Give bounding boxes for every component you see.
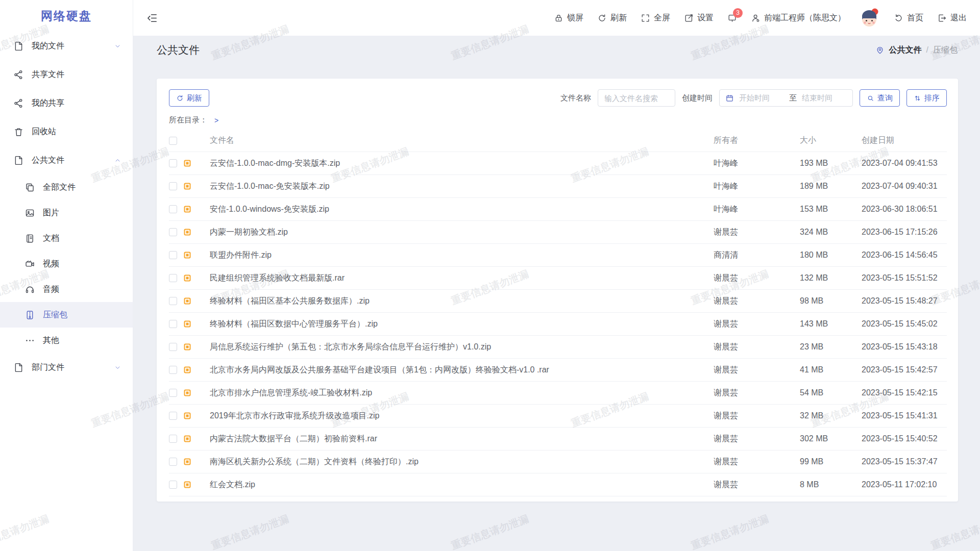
sidebar-item-images[interactable]: 图片 bbox=[0, 200, 133, 226]
file-name[interactable]: 红会文档.zip bbox=[210, 480, 714, 490]
table-body: 云安信-1.0.0-mac-dmg-安装版本.zip叶海峰193 MB2023-… bbox=[169, 152, 947, 496]
file-size: 41 MB bbox=[800, 365, 862, 374]
sidebar-item-documents[interactable]: 文档 bbox=[0, 226, 133, 251]
table-row: 南海区机关新办公系统（二期）文件资料（终验打印）.zip谢晨芸99 MB2023… bbox=[169, 450, 947, 473]
row-checkbox[interactable] bbox=[169, 389, 177, 397]
file-icon bbox=[13, 41, 24, 52]
file-size: 32 MB bbox=[800, 411, 862, 420]
row-checkbox[interactable] bbox=[169, 481, 177, 489]
current-directory: 所在目录： > bbox=[169, 115, 947, 125]
row-checkbox[interactable] bbox=[169, 297, 177, 305]
file-size: 153 MB bbox=[800, 205, 862, 214]
sort-arrows-icon bbox=[914, 94, 921, 102]
home-label: 首页 bbox=[907, 13, 923, 23]
sort-button[interactable]: 排序 bbox=[906, 89, 947, 107]
filter-toolbar: 刷新 文件名称 创建时间 开始时间 至 结束时间 bbox=[169, 89, 947, 107]
file-name[interactable]: 云安信-1.0.0-mac-dmg-安装版本.zip bbox=[210, 158, 714, 169]
file-size: 302 MB bbox=[800, 434, 862, 443]
file-name[interactable]: 局信息系统运行维护（第五包：北京市水务局综合信息平台运行维护）v1.0.zip bbox=[210, 342, 714, 353]
sidebar-item-label: 回收站 bbox=[32, 127, 121, 137]
select-all-checkbox[interactable] bbox=[169, 137, 177, 145]
directory-root-chevron[interactable]: > bbox=[214, 116, 218, 124]
notifications-button[interactable]: 3 bbox=[727, 13, 737, 23]
row-checkbox[interactable] bbox=[169, 274, 177, 282]
file-owner: 谢晨芸 bbox=[714, 388, 800, 398]
refresh-list-label: 刷新 bbox=[187, 93, 202, 103]
file-name[interactable]: 终验材料（福田区基本公共服务数据库）.zip bbox=[210, 296, 714, 307]
app-logo: 网络硬盘 bbox=[0, 0, 133, 32]
sidebar-item-others[interactable]: 其他 bbox=[0, 328, 133, 353]
sidebar-item-department-files[interactable]: 部门文件 bbox=[0, 353, 133, 382]
calendar-icon bbox=[725, 94, 734, 103]
file-owner: 谢晨芸 bbox=[714, 365, 800, 375]
row-checkbox[interactable] bbox=[169, 205, 177, 213]
create-time-filter-label: 创建时间 bbox=[682, 93, 713, 103]
row-checkbox[interactable] bbox=[169, 251, 177, 259]
file-name[interactable]: 北京市水务局内网改版及公共服务基础平台建设项目（第1包：内网改版）终验验文档-v… bbox=[210, 365, 714, 375]
file-name[interactable]: 内蒙古法院大数据平台（二期）初验前资料.rar bbox=[210, 434, 714, 444]
user-menu[interactable]: 前端工程师（陈思文） bbox=[751, 13, 846, 23]
lock-screen-button[interactable]: 锁屏 bbox=[554, 13, 583, 23]
file-name[interactable]: 内蒙一期初验文档.zip bbox=[210, 227, 714, 238]
settings-edit-icon bbox=[684, 13, 694, 23]
row-checkbox[interactable] bbox=[169, 458, 177, 466]
fullscreen-button[interactable]: 全屏 bbox=[641, 13, 670, 23]
sidebar-item-videos[interactable]: 视频 bbox=[0, 251, 133, 277]
sidebar-item-archives[interactable]: 压缩包 bbox=[0, 302, 133, 328]
file-size: 99 MB bbox=[800, 457, 862, 466]
row-checkbox[interactable] bbox=[169, 182, 177, 190]
home-button[interactable]: 首页 bbox=[894, 13, 923, 23]
sidebar-item-recycle-bin[interactable]: 回收站 bbox=[0, 117, 133, 146]
row-checkbox[interactable] bbox=[169, 435, 177, 443]
date-start-field[interactable]: 开始时间 bbox=[739, 93, 784, 103]
row-checkbox[interactable] bbox=[169, 159, 177, 167]
table-header-row: 文件名 所有者 大小 创建日期 bbox=[169, 130, 947, 152]
current-directory-label: 所在目录： bbox=[169, 115, 207, 125]
sidebar-item-all-files[interactable]: 全部文件 bbox=[0, 174, 133, 200]
file-name-search-input[interactable] bbox=[598, 89, 675, 107]
page-title: 公共文件 bbox=[157, 43, 200, 57]
file-name[interactable]: 终验材料（福田区数据中心管理服务平台）.zip bbox=[210, 319, 714, 330]
row-checkbox[interactable] bbox=[169, 320, 177, 328]
file-name[interactable]: 南海区机关新办公系统（二期）文件资料（终验打印）.zip bbox=[210, 457, 714, 467]
sidebar-item-shared-files[interactable]: 共享文件 bbox=[0, 60, 133, 89]
sidebar-item-my-files[interactable]: 我的文件 bbox=[0, 32, 133, 60]
date-end-field[interactable]: 结束时间 bbox=[802, 93, 847, 103]
sidebar-subgroup-public-files: 全部文件图片文档视频音频压缩包其他 bbox=[0, 174, 133, 353]
row-checkbox[interactable] bbox=[169, 366, 177, 374]
sidebar-fold-icon[interactable] bbox=[146, 12, 158, 24]
filter-controls: 文件名称 创建时间 开始时间 至 结束时间 bbox=[560, 89, 947, 107]
file-name[interactable]: 民建组织管理系统验收文档最新版.rar bbox=[210, 273, 714, 284]
date-range-picker[interactable]: 开始时间 至 结束时间 bbox=[719, 89, 853, 107]
table-row: 北京市水务局内网改版及公共服务基础平台建设项目（第1包：内网改版）终验验文档-v… bbox=[169, 359, 947, 382]
sidebar-item-label: 文档 bbox=[43, 233, 121, 244]
sidebar-item-label: 视频 bbox=[43, 259, 121, 269]
refresh-list-button[interactable]: 刷新 bbox=[169, 89, 209, 107]
sidebar-item-my-shares[interactable]: 我的共享 bbox=[0, 89, 133, 117]
row-checkbox[interactable] bbox=[169, 228, 177, 236]
sidebar-item-public-files[interactable]: 公共文件 bbox=[0, 146, 133, 174]
row-checkbox[interactable] bbox=[169, 343, 177, 351]
file-name[interactable]: 安信-1.0.0-windows-免安装版.zip bbox=[210, 204, 714, 215]
user-name: 前端工程师（陈思文） bbox=[764, 13, 846, 23]
share-icon bbox=[13, 98, 24, 109]
file-name[interactable]: 北京市排水户信息管理系统-竣工验收材料.zip bbox=[210, 388, 714, 398]
user-avatar[interactable] bbox=[860, 7, 880, 29]
file-name[interactable]: 2019年北京市水行政审批系统升级改造项目.zip bbox=[210, 411, 714, 421]
file-owner: 谢晨芸 bbox=[714, 227, 800, 238]
sidebar-item-label: 我的共享 bbox=[32, 98, 121, 109]
app-window: 网络硬盘 我的文件共享文件我的共享回收站公共文件全部文件图片文档视频音频压缩包其… bbox=[0, 0, 980, 551]
breadcrumb-root[interactable]: 公共文件 bbox=[889, 45, 922, 56]
audio-icon bbox=[24, 284, 35, 295]
row-checkbox[interactable] bbox=[169, 412, 177, 420]
query-button[interactable]: 查询 bbox=[860, 89, 900, 107]
settings-button[interactable]: 设置 bbox=[684, 13, 714, 23]
refresh-page-button[interactable]: 刷新 bbox=[597, 13, 627, 23]
logout-button[interactable]: 退出 bbox=[937, 13, 967, 23]
file-name[interactable]: 联盟办件附件.zip bbox=[210, 250, 714, 261]
file-name[interactable]: 云安信-1.0.0-mac-免安装版本.zip bbox=[210, 181, 714, 192]
sidebar-item-audio[interactable]: 音频 bbox=[0, 277, 133, 302]
col-header-size: 大小 bbox=[800, 135, 862, 146]
sidebar-item-label: 部门文件 bbox=[32, 362, 114, 373]
lock-icon bbox=[554, 13, 564, 23]
